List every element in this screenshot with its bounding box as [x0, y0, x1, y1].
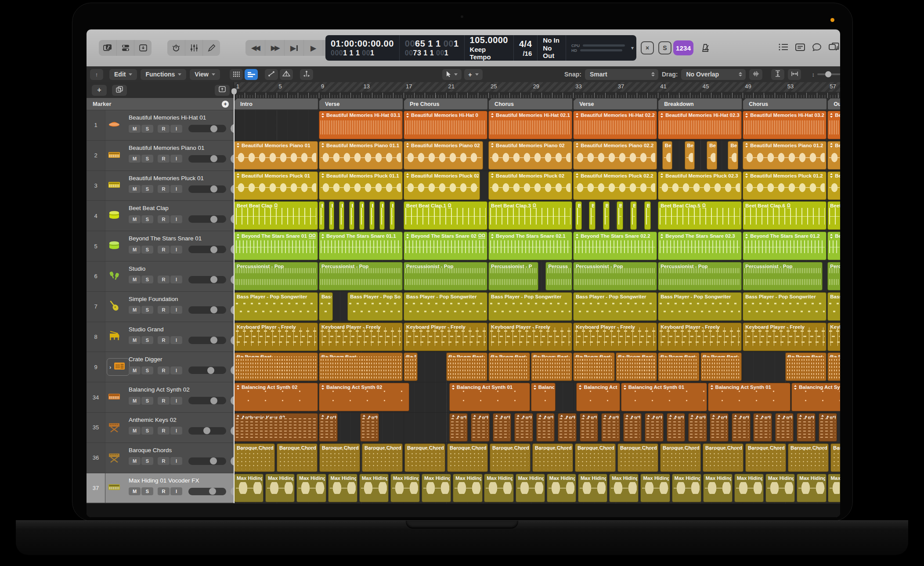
- arrangement-marker[interactable]: Chorus: [489, 98, 572, 109]
- view-menu[interactable]: View: [190, 69, 220, 80]
- region[interactable]: Keyboard Player - Freely: [743, 323, 827, 351]
- region[interactable]: Baroque Chords: [447, 443, 488, 472]
- region[interactable]: Max Hiding 01 V: [516, 474, 545, 502]
- track-name[interactable]: Studio Grand: [129, 326, 164, 333]
- region[interactable]: Anthe: [775, 413, 794, 442]
- region[interactable]: Ba-Boom Beat: [658, 352, 700, 381]
- region[interactable]: Beyond The Stars Snare 01ΩΩ: [234, 232, 318, 260]
- region[interactable]: B: [359, 201, 365, 230]
- track-lane[interactable]: Keyboard Player - FreelyKeyboard Player …: [234, 322, 840, 352]
- region[interactable]: Beautiful Memories Hi-Hat 02.1: [488, 111, 572, 139]
- region[interactable]: B: [390, 201, 395, 230]
- record-enable-button[interactable]: R: [158, 336, 170, 344]
- region[interactable]: Beautiful Memories Piano 02: [404, 141, 483, 170]
- region[interactable]: Baroque Chords: [532, 443, 573, 472]
- region[interactable]: Anthe: [710, 413, 729, 442]
- tuner-button[interactable]: [167, 40, 185, 56]
- forward-button[interactable]: ▶▶: [265, 40, 284, 56]
- track-header[interactable]: 6StudioMSRI: [87, 261, 234, 292]
- region[interactable]: Anthe: [645, 413, 664, 442]
- solo-button[interactable]: S: [141, 397, 153, 405]
- track-name[interactable]: Baroque Chords: [129, 447, 172, 454]
- region[interactable]: Bass Player - Pop Songwriter: [488, 292, 572, 321]
- region[interactable]: Anthe: [536, 413, 555, 442]
- region[interactable]: Beautiful Memories Hi-Hat 0: [404, 111, 487, 139]
- region[interactable]: B: [319, 201, 324, 230]
- track-lane[interactable]: Ba-Boom BeatBa-Boom BeatBa-BooBa-Boom Be…: [234, 352, 840, 382]
- region[interactable]: Keyboard Player - Freely: [658, 323, 742, 351]
- track-name[interactable]: Beet Beat Clap: [129, 205, 169, 211]
- region[interactable]: Anthe: [360, 413, 379, 442]
- region[interactable]: Keyboard Player - Freely: [573, 323, 657, 351]
- region[interactable]: Beet Beat Clap.6Ω: [743, 201, 827, 230]
- track-header[interactable]: 2Beautiful Memories Piano 01MSRI: [87, 141, 234, 171]
- disclosure-icon[interactable]: ›: [109, 364, 111, 370]
- waveform-zoom-button[interactable]: [749, 69, 762, 80]
- region[interactable]: Beyond The Stars Snare 01.1: [319, 232, 403, 260]
- input-monitor-button[interactable]: I: [170, 336, 182, 344]
- arrangement-marker[interactable]: Verse: [319, 98, 403, 109]
- track-header[interactable]: 1Beautiful Memories Hi-Hat 01MSRI: [87, 110, 234, 141]
- region[interactable]: Percuss: [827, 262, 840, 290]
- input-monitor-button[interactable]: I: [170, 306, 182, 314]
- region[interactable]: B: [379, 201, 385, 230]
- region[interactable]: Be: [728, 141, 738, 170]
- region[interactable]: Balancing Act: [576, 383, 620, 411]
- region[interactable]: Max Hiding 01 V: [578, 474, 607, 502]
- mute-button[interactable]: M: [129, 427, 141, 435]
- record-enable-button[interactable]: R: [158, 246, 170, 254]
- region[interactable]: Max Hiding 01 V: [797, 474, 826, 502]
- nudge-up-button[interactable]: ↑: [90, 69, 103, 80]
- region[interactable]: Be: [707, 141, 717, 170]
- region[interactable]: Bass Player - Pop Songwriter: [743, 292, 827, 321]
- mute-button[interactable]: M: [129, 306, 141, 314]
- track-lane[interactable]: Percussionist - PopPercussionist - PopPe…: [234, 261, 840, 292]
- region[interactable]: Beautiful Memories Piano 01.2: [743, 141, 827, 170]
- edit-menu[interactable]: Edit: [109, 69, 137, 80]
- solo-button[interactable]: S: [141, 306, 153, 314]
- track-header[interactable]: 9›Crate DiggerMSRI: [87, 352, 234, 382]
- region[interactable]: Beauti: [827, 141, 840, 170]
- event-list-icon[interactable]: [779, 44, 788, 52]
- region[interactable]: Bass Player - Pop Songwriter: [658, 292, 742, 321]
- record-enable-button[interactable]: R: [158, 487, 170, 495]
- mute-button[interactable]: M: [129, 215, 141, 223]
- volume-slider[interactable]: [188, 306, 226, 314]
- region[interactable]: Beet Beat ClapΩ: [234, 201, 318, 230]
- volume-slider[interactable]: [188, 125, 226, 132]
- horizontal-auto-zoom-button[interactable]: [788, 69, 801, 80]
- track-lane[interactable]: Baroque ChordsBaroque ChordsBaroque Chor…: [234, 443, 840, 473]
- add-track-button[interactable]: +: [92, 85, 107, 96]
- region[interactable]: Ba-Boom Beat: [234, 352, 318, 381]
- track-lane[interactable]: Balancing Act Synth 02Balancing Act Synt…: [234, 382, 840, 413]
- input-monitor-button[interactable]: I: [170, 276, 182, 283]
- marker-track-header[interactable]: Marker +: [87, 98, 234, 110]
- region[interactable]: Anthe: [449, 413, 468, 442]
- pointer-tool-menu[interactable]: [442, 69, 462, 80]
- solo-button[interactable]: S: [141, 427, 153, 435]
- region[interactable]: Anthe: [319, 413, 338, 442]
- region[interactable]: Bass Player - Pop Songwriter: [404, 292, 487, 321]
- solo-button[interactable]: S: [141, 457, 153, 465]
- input-monitor-button[interactable]: I: [170, 457, 182, 465]
- volume-slider[interactable]: [188, 215, 226, 223]
- region[interactable]: Beautiful Memories Hi-Hat 02.2: [573, 111, 657, 139]
- region[interactable]: Ba-Boom Beat: [785, 352, 827, 381]
- region[interactable]: Beyond The Stars Snare 01.2: [743, 232, 827, 260]
- vertical-auto-zoom-button[interactable]: [771, 69, 784, 80]
- track-header[interactable]: 34Balancing Act Synth 02MSRI: [87, 382, 234, 413]
- solo-button[interactable]: S: [141, 366, 153, 374]
- input-monitor-button[interactable]: I: [170, 427, 182, 435]
- region[interactable]: Max Hiding 01 V: [703, 474, 733, 502]
- mute-button[interactable]: M: [129, 487, 141, 495]
- region[interactable]: B: [329, 201, 334, 230]
- functions-menu[interactable]: Functions: [141, 69, 186, 80]
- region[interactable]: Beautiful Memories Pluck 01: [234, 171, 318, 200]
- region[interactable]: Percussionist - Pop: [319, 262, 403, 290]
- region[interactable]: Anthemic Keys 02: [234, 413, 318, 442]
- region[interactable]: Percussionist - Pop: [404, 262, 487, 290]
- bar-ruler[interactable]: 159131721252933374145495357: [234, 82, 840, 92]
- mute-button[interactable]: M: [129, 276, 141, 283]
- region[interactable]: Beautiful Memories Pluck 02: [404, 171, 480, 200]
- track-lane[interactable]: Bass Player - Pop SongwriterBass PBass P…: [234, 292, 840, 322]
